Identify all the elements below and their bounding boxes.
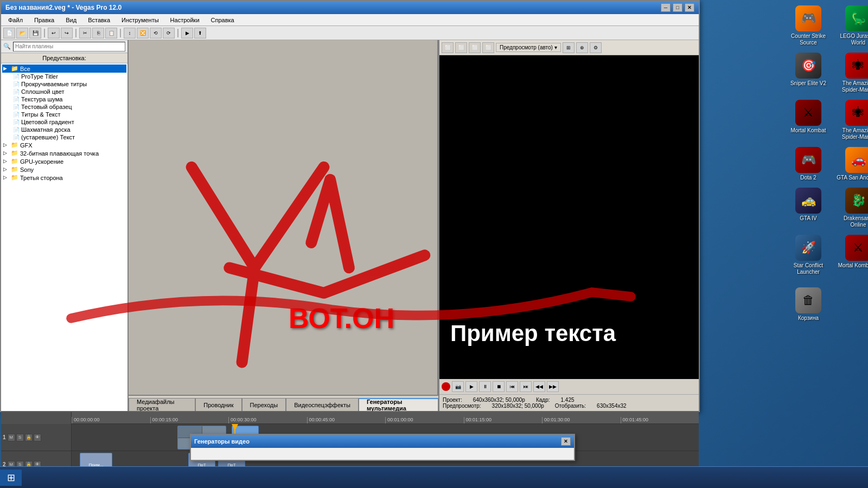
close-button[interactable]: ✕ bbox=[685, 3, 694, 12]
cut-btn[interactable]: ✂ bbox=[79, 28, 91, 38]
counter-strike-image: 🎮 bbox=[795, 5, 821, 31]
dialog-window: Генераторы видео ✕ bbox=[190, 434, 575, 461]
preview-controls: 📷 ▶ ⏸ ⏹ ⏮ ⏭ ◀◀ ▶▶ bbox=[439, 379, 699, 394]
icon-drakensang[interactable]: 🐉 Drakensang Online bbox=[834, 185, 868, 231]
dota2-image: 🎮 bbox=[795, 147, 821, 173]
preview-tool3[interactable]: ⬜ bbox=[469, 42, 481, 53]
icon-recycle[interactable]: 🗑 Корзина bbox=[784, 285, 833, 324]
tree-item-titles[interactable]: 📄 Титры & Текст bbox=[2, 111, 126, 118]
export-btn[interactable]: ⬆ bbox=[194, 28, 206, 38]
icon-mortal-kombat[interactable]: ⚔ Mortal Kombat bbox=[784, 97, 833, 143]
preview-mode-dropdown[interactable]: Предпросмотр (авто) ▾ bbox=[496, 43, 561, 52]
play-btn[interactable]: ▶ bbox=[465, 381, 477, 392]
amazing-spider2-image: 🕷 bbox=[845, 100, 868, 126]
undo-btn[interactable]: ↩ bbox=[48, 28, 60, 38]
preview-settings[interactable]: ⚙ bbox=[590, 42, 602, 53]
maximize-button[interactable]: □ bbox=[673, 3, 682, 12]
tree-item-all[interactable]: ▶ 📁 Все bbox=[2, 65, 126, 73]
ruler-mark-0: 00:00:00:00 bbox=[72, 417, 150, 423]
menu-file[interactable]: Файл bbox=[4, 16, 27, 24]
tab-generators[interactable]: Генераторы мультимедиа bbox=[359, 398, 438, 411]
icon-star-conflict[interactable]: 🚀 Star Conflict Launcher bbox=[784, 232, 833, 278]
menu-tools[interactable]: Инструменты bbox=[117, 16, 163, 24]
preview-tool4[interactable]: ⬜ bbox=[482, 42, 494, 53]
dialog-title: Генераторы видео bbox=[194, 438, 250, 445]
snapshot-btn[interactable]: 📷 bbox=[452, 381, 464, 392]
next-frame[interactable]: ⏭ bbox=[520, 381, 532, 392]
gta-san-image: 🚗 bbox=[845, 147, 868, 173]
tree-item-test[interactable]: 📄 Тестовый образец bbox=[2, 103, 126, 111]
icon-dota2[interactable]: 🎮 Dota 2 bbox=[784, 144, 833, 184]
tool4[interactable]: ⟳ bbox=[163, 28, 175, 38]
file-icon: 📄 bbox=[13, 74, 20, 80]
tool1[interactable]: ↕ bbox=[124, 28, 136, 38]
icon-mortal-kombat-x[interactable]: ⚔ Mortal Kombat X bbox=[834, 232, 868, 278]
tree-item-chess[interactable]: 📄 Шахматная доска bbox=[2, 126, 126, 133]
pause-btn[interactable]: ⏸ bbox=[479, 381, 491, 392]
tree-item-third[interactable]: ▷ 📁 Третья сторона bbox=[2, 174, 126, 182]
menu-view[interactable]: Вид bbox=[61, 16, 81, 24]
menu-edit[interactable]: Правка bbox=[30, 16, 59, 24]
track-lock-1[interactable]: 🔒 bbox=[25, 434, 33, 441]
preview-tool2[interactable]: ⬜ bbox=[455, 42, 467, 53]
tree-item-gpu[interactable]: ▷ 📁 GPU-ускорение bbox=[2, 157, 126, 165]
icon-gta-san[interactable]: 🚗 GTA San Andreas bbox=[834, 144, 868, 184]
tab-explorer[interactable]: Проводник bbox=[195, 398, 241, 411]
icon-amazing-spider2[interactable]: 🕷 The Amazing Spider-Man... bbox=[834, 97, 868, 143]
tool3[interactable]: ⟲ bbox=[150, 28, 162, 38]
copy-btn[interactable]: ⎘ bbox=[92, 28, 104, 38]
render-btn[interactable]: ▶ bbox=[181, 28, 193, 38]
tree-item-solid[interactable]: 📄 Сплошной цвет bbox=[2, 88, 126, 95]
track-eye-1[interactable]: 👁 bbox=[34, 434, 41, 441]
tab-video-effects[interactable]: Видеоспецэффекты bbox=[286, 398, 359, 411]
save-btn[interactable]: 💾 bbox=[29, 28, 41, 38]
tab-media[interactable]: Медиафайлы проекта bbox=[129, 398, 195, 411]
menu-help[interactable]: Справка bbox=[207, 16, 239, 24]
new-btn[interactable]: 📄 bbox=[3, 28, 15, 38]
open-btn[interactable]: 📂 bbox=[16, 28, 28, 38]
track-solo-1[interactable]: S bbox=[16, 434, 24, 441]
icon-counter-strike[interactable]: 🎮 Counter Strike Source bbox=[784, 3, 833, 49]
icon-gta4[interactable]: 🚕 GTA IV bbox=[784, 185, 833, 231]
amazing-spider-image: 🕷 bbox=[845, 53, 868, 79]
render-label: Отобразить: bbox=[555, 403, 586, 409]
preview-grid[interactable]: ⊞ bbox=[563, 42, 575, 53]
paste-btn[interactable]: 📋 bbox=[105, 28, 117, 38]
prev-btn2[interactable]: ◀◀ bbox=[533, 381, 545, 392]
tree-item-gradient[interactable]: 📄 Цветовой градиент bbox=[2, 118, 126, 126]
redo-btn[interactable]: ↪ bbox=[61, 28, 73, 38]
tab-transitions[interactable]: Переходы bbox=[242, 398, 286, 411]
ruler-mark-4: 00:01:00:00 bbox=[385, 417, 464, 423]
preview-tool1[interactable]: ⬜ bbox=[442, 42, 454, 53]
dialog-close-btn[interactable]: ✕ bbox=[561, 437, 571, 446]
plugin-search-input[interactable] bbox=[13, 42, 125, 52]
frame-label: Кадр: bbox=[536, 397, 550, 403]
icon-sniper-elite[interactable]: 🎯 Sniper Elite V2 bbox=[784, 50, 833, 96]
record-btn[interactable] bbox=[442, 382, 450, 391]
next-btn2[interactable]: ▶▶ bbox=[547, 381, 559, 392]
tool2[interactable]: 🔀 bbox=[137, 28, 149, 38]
icon-amazing-spider[interactable]: 🕷 The Amazing Spider-Man... bbox=[834, 50, 868, 96]
tree-item-scrolling[interactable]: 📄 Прокручиваемые титры bbox=[2, 80, 126, 88]
preview-mode-label: Предпросмотр (авто) bbox=[500, 44, 553, 50]
tree-item-sony[interactable]: ▷ 📁 Sony bbox=[2, 165, 126, 174]
prev-frame[interactable]: ⏮ bbox=[506, 381, 518, 392]
stop-btn[interactable]: ⏹ bbox=[493, 381, 505, 392]
dota2-label: Dota 2 bbox=[800, 175, 816, 181]
file-icon: 📄 bbox=[13, 127, 20, 133]
tree-label: GFX bbox=[20, 142, 33, 149]
minimize-button[interactable]: ─ bbox=[661, 3, 671, 12]
track-mute-1[interactable]: M bbox=[8, 434, 15, 441]
start-button[interactable]: ⊞ bbox=[0, 470, 22, 486]
tree-item-noise[interactable]: 📄 Текстура шума bbox=[2, 95, 126, 103]
icon-lego-jurassic[interactable]: 🦕 LEGO Jurassic World bbox=[834, 3, 868, 49]
preview-zoom[interactable]: ⊕ bbox=[576, 42, 588, 53]
preview-screen: Пример текста bbox=[439, 55, 699, 379]
tree-item-legacy[interactable]: 📄 (устаревшее) Текст bbox=[2, 133, 126, 141]
menu-insert[interactable]: Вставка bbox=[84, 16, 114, 24]
expand-icon: ▷ bbox=[3, 150, 10, 157]
menu-settings[interactable]: Настройки bbox=[166, 16, 204, 24]
tree-item-protype[interactable]: 📄 ProType Titler bbox=[2, 73, 126, 80]
tree-item-gfx[interactable]: ▷ 📁 GFX bbox=[2, 141, 126, 149]
tree-item-32bit[interactable]: ▷ 📁 32-битная плавающая точка bbox=[2, 149, 126, 157]
